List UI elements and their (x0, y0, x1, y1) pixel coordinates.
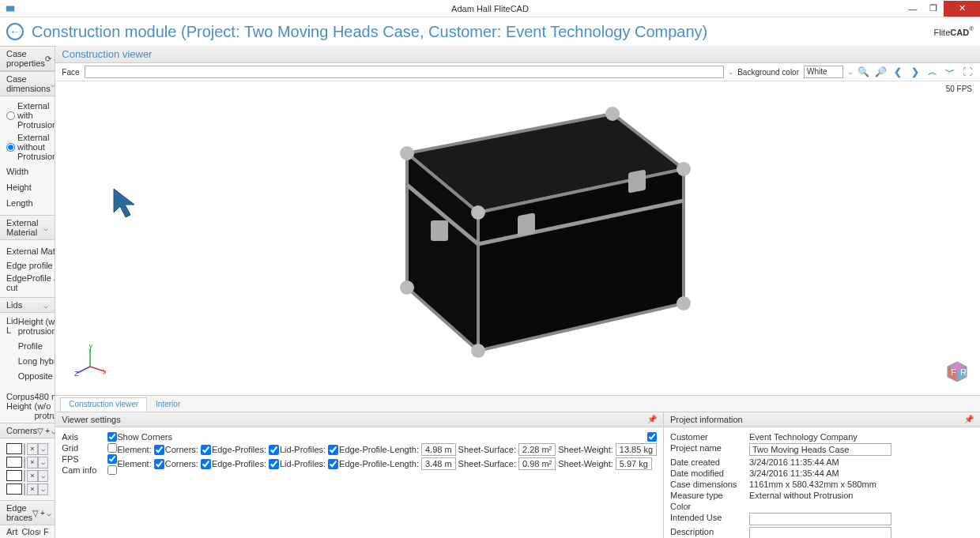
svg-rect-15 (628, 169, 646, 193)
filter-icon[interactable]: ▽ (32, 509, 39, 517)
corners-header[interactable]: Corners▽+⌵ (0, 423, 55, 438)
minimize-button[interactable]: — (903, 1, 923, 17)
window-title: Adam Hall FliteCAD (451, 4, 529, 13)
elem1-epl-checkbox[interactable] (328, 445, 338, 455)
corner-remove-3[interactable]: × (27, 470, 38, 482)
intended-use-input[interactable] (749, 513, 891, 525)
corner-dropdown-1[interactable]: ⌵ (38, 443, 49, 455)
corner-dropdown-3[interactable]: ⌵ (38, 470, 49, 482)
svg-text:R: R (960, 367, 967, 377)
3d-viewport[interactable]: 50 FPS (55, 81, 980, 395)
corner-remove-4[interactable]: × (27, 483, 38, 495)
refresh-icon[interactable]: ⟳ (45, 55, 51, 63)
case-properties-header[interactable]: Case properties ⟳ ✓ ↶ ↷ (0, 46, 55, 71)
edge-braces-header[interactable]: Edge braces▽+⌵ (0, 500, 55, 525)
pin-icon[interactable]: 📌 (964, 415, 974, 424)
corner-swatch (6, 470, 22, 481)
svg-point-12 (677, 296, 691, 310)
chevron-down-icon: ⌵ (51, 80, 55, 88)
back-button[interactable]: ← (6, 23, 24, 40)
svg-point-11 (471, 344, 485, 358)
case-dimensions-header[interactable]: Case dimensions⌵ (0, 71, 55, 96)
construction-viewer-header: Construction viewer (55, 46, 980, 63)
corner-select-2[interactable] (24, 457, 25, 468)
svg-point-10 (400, 280, 414, 295)
properties-panel: Case properties ⟳ ✓ ↶ ↷ Case dimensions⌵… (0, 46, 55, 538)
corner-remove-2[interactable]: × (27, 457, 38, 468)
viewer-tabs: Construction viewer Interior (55, 395, 980, 412)
flight-case-3d (312, 82, 723, 382)
corner-dropdown-4[interactable]: ⌵ (38, 483, 49, 495)
svg-line-20 (77, 367, 90, 373)
project-info-panel: Project information📌 CustomerEvent Techn… (664, 412, 980, 538)
show-corners-checkbox[interactable] (647, 432, 657, 442)
app-icon (5, 3, 16, 14)
svg-text:y: y (89, 344, 93, 350)
tab-construction-viewer[interactable]: Construction viewer (60, 397, 147, 412)
rotate-down-icon[interactable]: ﹀ (944, 66, 956, 78)
rotate-left-icon[interactable]: ❮ (891, 66, 904, 78)
rotate-right-icon[interactable]: ❯ (909, 66, 922, 78)
face-select[interactable] (85, 66, 725, 78)
radio-ext-without-protrusion[interactable]: External without Protrusion (6, 133, 55, 161)
corner-select-3[interactable] (24, 470, 25, 482)
radio-ext-with-protrusion[interactable]: External with Protrusion (6, 101, 55, 130)
close-button[interactable]: ✕ (944, 1, 980, 17)
cursor-arrow-overlay (111, 186, 149, 224)
corner-select-1[interactable] (24, 443, 25, 455)
bg-color-select[interactable]: White (804, 66, 843, 78)
view-cube-gizmo[interactable]: FR (945, 360, 969, 384)
grid-checkbox[interactable] (107, 443, 117, 453)
tab-interior[interactable]: Interior (147, 397, 189, 412)
filter-icon[interactable]: ▽ (37, 427, 43, 435)
elem2-epl-checkbox[interactable] (328, 459, 338, 469)
case-dimensions-body: External with Protrusion Internal withou… (0, 96, 55, 215)
axis-checkbox[interactable] (107, 432, 117, 442)
svg-text:F: F (951, 367, 956, 377)
page-header: ← Construction module (Project: Two Movi… (0, 17, 980, 46)
page-title: Construction module (Project: Two Moving… (32, 23, 707, 41)
elem1-edgep-checkbox[interactable] (201, 445, 211, 455)
axis-gizmo: y x z (74, 344, 106, 376)
svg-point-8 (677, 162, 691, 176)
elem2-edgep-checkbox[interactable] (201, 459, 211, 469)
add-icon[interactable]: + (45, 427, 50, 435)
svg-rect-13 (431, 220, 448, 241)
project-name-input[interactable] (749, 443, 891, 456)
corner-dropdown-2[interactable]: ⌵ (38, 457, 49, 468)
description-input[interactable] (749, 527, 891, 538)
lids-header[interactable]: Lids⌵ (0, 297, 55, 313)
viewer-settings-panel: Viewer settings📌 Axis Grid FPS Cam info … (55, 412, 664, 538)
corner-select-4[interactable] (24, 483, 25, 495)
corner-remove-1[interactable]: × (27, 443, 38, 455)
add-icon[interactable]: + (40, 509, 45, 517)
elem2-corners-checkbox[interactable] (154, 459, 164, 469)
fit-view-icon[interactable]: ⛶ (961, 66, 974, 78)
corner-swatch (6, 483, 22, 495)
external-material-header[interactable]: External Material⌵ (0, 215, 55, 240)
svg-rect-14 (518, 213, 535, 236)
fps-readout: 50 FPS (946, 85, 972, 93)
elem1-lidp-checkbox[interactable] (269, 445, 279, 455)
svg-text:x: x (103, 367, 106, 376)
svg-point-9 (471, 205, 485, 220)
elem2-lidp-checkbox[interactable] (269, 459, 279, 469)
chevron-down-icon: ⌵ (47, 509, 51, 517)
cam-checkbox[interactable] (107, 465, 117, 475)
zoom-in-icon[interactable]: 🔍 (857, 66, 869, 78)
chevron-down-icon: ⌵ (43, 301, 48, 310)
fps-checkbox[interactable] (107, 454, 117, 464)
corner-swatch (6, 443, 22, 454)
maximize-button[interactable]: ❐ (923, 1, 944, 17)
chevron-down-icon: ⌵ (43, 224, 48, 232)
pin-icon[interactable]: 📌 (647, 415, 657, 424)
svg-rect-0 (6, 6, 15, 11)
corner-swatch (6, 457, 22, 468)
viewer-toolbar: Face ⌵ Background color White ⌵ 🔍 🔎 ❮ ❯ … (55, 63, 980, 81)
rotate-up-icon[interactable]: ︿ (926, 66, 939, 78)
elem1-corners-checkbox[interactable] (154, 445, 164, 455)
zoom-out-icon[interactable]: 🔎 (874, 66, 887, 78)
svg-point-7 (605, 107, 620, 121)
brand-logo: FliteCAD® (933, 24, 974, 39)
svg-point-6 (400, 146, 414, 160)
